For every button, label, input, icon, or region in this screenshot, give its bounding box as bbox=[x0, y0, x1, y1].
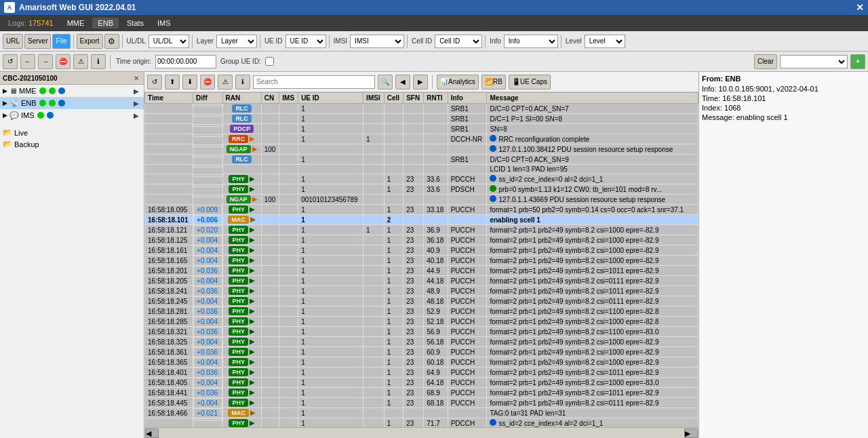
col-message[interactable]: Message bbox=[487, 93, 698, 104]
filter-info[interactable]: ℹ bbox=[235, 75, 250, 89]
table-row[interactable]: 16:58:18.441+0.036PHY▶112368.9PUCCHforma… bbox=[145, 388, 698, 398]
horizontal-scrollbar[interactable]: ◀ ▶ bbox=[144, 427, 698, 438]
close-button[interactable]: ✕ bbox=[856, 2, 864, 13]
table-row[interactable]: RLC1SRB1D/C=0 CPT=0 ACK_SN=9 bbox=[145, 155, 698, 165]
table-row[interactable]: PHY▶112371.7PDCCHss_id=2 cce_index=4 al=… bbox=[145, 418, 698, 428]
log-table-container[interactable]: Time Diff RAN CN IMS UE ID IMSI Cell SFN… bbox=[144, 92, 698, 427]
col-cn[interactable]: CN bbox=[261, 93, 279, 104]
cellid-select[interactable]: Cell ID bbox=[435, 35, 482, 48]
filter-refresh[interactable]: ↺ bbox=[147, 75, 162, 89]
table-row[interactable]: LCID 1 len=3 PAD len=95 bbox=[145, 165, 698, 174]
table-row[interactable]: 16:58:18.285+0.004PHY▶112352.18PUCCHform… bbox=[145, 317, 698, 327]
file-button[interactable]: File bbox=[52, 34, 70, 49]
table-row[interactable]: PDCP1SRB1SN=8 bbox=[145, 124, 698, 134]
mme-play[interactable]: ▶ bbox=[132, 86, 141, 96]
group-ue-checkbox[interactable] bbox=[265, 57, 274, 66]
scroll-track[interactable] bbox=[159, 430, 684, 437]
menu-ims[interactable]: IMS bbox=[152, 18, 176, 28]
info-btn[interactable]: ℹ bbox=[91, 54, 106, 69]
table-row[interactable]: PHY▶112333.6PDSCHprb=0 symb=1.13 k1=12 C… bbox=[145, 184, 698, 195]
menu-mme[interactable]: MME bbox=[62, 18, 90, 28]
tree-expand-ims[interactable]: ▶ bbox=[3, 112, 7, 119]
filter-next[interactable]: ⬇ bbox=[182, 75, 197, 89]
extra-button[interactable]: ⚙ bbox=[104, 34, 119, 49]
table-row[interactable]: RLC1SRB1D/C=0 CPT=0 ACK_SN=7 bbox=[145, 104, 698, 114]
refresh-btn[interactable]: ↺ bbox=[3, 54, 18, 69]
col-ims[interactable]: IMS bbox=[279, 93, 298, 104]
table-row[interactable]: RRC▶11DCCH-NRRRC reconfiguration complet… bbox=[145, 134, 698, 144]
view-select[interactable] bbox=[780, 55, 848, 68]
col-ueid[interactable]: UE ID bbox=[298, 93, 363, 104]
menu-stats[interactable]: Stats bbox=[121, 18, 149, 28]
col-cell[interactable]: Cell bbox=[384, 93, 403, 104]
col-sfn[interactable]: SFN bbox=[403, 93, 424, 104]
table-row[interactable]: 16:58:18.405+0.004PHY▶112364.18PUCCHform… bbox=[145, 378, 698, 388]
sidebar-item-live[interactable]: 📂 Live bbox=[0, 127, 144, 138]
col-diff[interactable]: Diff bbox=[193, 93, 222, 104]
col-ran[interactable]: RAN bbox=[222, 93, 261, 104]
time-origin-input[interactable] bbox=[155, 55, 216, 68]
url-button[interactable]: URL bbox=[3, 34, 23, 49]
table-row[interactable]: 16:58:18.361+0.036PHY▶112360.9PUCCHforma… bbox=[145, 347, 698, 357]
stop-btn[interactable]: ⛔ bbox=[56, 54, 71, 69]
scroll-right[interactable]: ▶ bbox=[684, 429, 698, 438]
sidebar-item-mme[interactable]: ▶ 🖥 MME ▶ bbox=[0, 85, 144, 97]
enb-play[interactable]: ▶ bbox=[132, 98, 141, 108]
back-btn[interactable]: ← bbox=[20, 54, 35, 69]
info-select[interactable]: Info bbox=[504, 35, 558, 48]
scroll-left[interactable]: ◀ bbox=[145, 429, 159, 438]
analytics-btn[interactable]: 📊 Analytics bbox=[437, 75, 479, 89]
filter-prev[interactable]: ⬆ bbox=[165, 75, 180, 89]
tree-expand-enb[interactable]: ▶ bbox=[3, 100, 7, 106]
table-row[interactable]: 16:58:18.281+0.036PHY▶112352.9PUCCHforma… bbox=[145, 306, 698, 317]
clear-button[interactable]: Clear bbox=[754, 54, 777, 69]
table-row[interactable]: 16:58:18.466+0.021MAC▶1TAG:0 ta=31 PAD l… bbox=[145, 408, 698, 418]
table-row[interactable]: 16:58:18.201+0.036PHY▶112344.9PUCCHforma… bbox=[145, 266, 698, 276]
table-row[interactable]: PHY▶112333.6PDCCHss_id=2 cce_index=0 al=… bbox=[145, 174, 698, 184]
tree-expand-mme[interactable]: ▶ bbox=[3, 87, 7, 94]
uecaps-btn[interactable]: 📱 UE Caps bbox=[509, 75, 551, 89]
sidebar-item-ims[interactable]: ▶ 💬 IMS ▶ bbox=[0, 109, 144, 121]
search-btn[interactable]: 🔍 bbox=[378, 75, 393, 89]
table-row[interactable]: 16:58:18.245+0.004PHY▶112348.18PUCCHform… bbox=[145, 296, 698, 306]
search-input[interactable] bbox=[253, 75, 375, 89]
col-info[interactable]: Info bbox=[448, 93, 487, 104]
prev-result[interactable]: ◀ bbox=[395, 75, 410, 89]
export-button[interactable]: Export bbox=[77, 34, 103, 49]
table-row[interactable]: 16:58:18.445+0.004PHY▶112368.18PUCCHform… bbox=[145, 398, 698, 408]
rb-btn[interactable]: 📶 RB bbox=[481, 75, 506, 89]
forward-btn[interactable]: → bbox=[38, 54, 53, 69]
server-button[interactable]: Server bbox=[24, 34, 51, 49]
warn-btn[interactable]: ⚠ bbox=[73, 54, 88, 69]
table-row[interactable]: 16:58:18.241+0.036PHY▶112348.9PUCCHforma… bbox=[145, 286, 698, 296]
table-row[interactable]: 16:58:18.165+0.004PHY▶112340.18PUCCHform… bbox=[145, 256, 698, 266]
table-row[interactable]: 16:58:18.095+0.009PHY▶112333.18PUCCHform… bbox=[145, 205, 698, 215]
col-time[interactable]: Time bbox=[145, 93, 193, 104]
table-row[interactable]: RLC1SRB1D/C=1 P=1 SI=00 SN=8 bbox=[145, 114, 698, 124]
add-button[interactable]: + bbox=[850, 54, 865, 69]
table-row[interactable]: 16:58:18.121+0.020PHY▶1112336.9PUCCHform… bbox=[145, 225, 698, 235]
imsi-select[interactable]: IMSI bbox=[350, 35, 404, 48]
col-imsi[interactable]: IMSI bbox=[363, 93, 384, 104]
table-row[interactable]: 16:58:18.365+0.004PHY▶112360.18PUCCHform… bbox=[145, 357, 698, 367]
sidebar-close[interactable]: ✕ bbox=[132, 73, 141, 83]
col-rnti[interactable]: RNTI bbox=[424, 93, 448, 104]
sidebar-item-enb[interactable]: ▶ 📡 ENB ▶ bbox=[0, 97, 144, 109]
filter-warn[interactable]: ⚠ bbox=[218, 75, 233, 89]
level-select[interactable]: Level bbox=[585, 35, 625, 48]
table-row[interactable]: 16:58:18.125+0.004PHY▶112336.18PUCCHform… bbox=[145, 235, 698, 245]
table-row[interactable]: 16:58:18.401+0.036PHY▶112364.9PUCCHforma… bbox=[145, 367, 698, 378]
menu-enb[interactable]: ENB bbox=[92, 18, 119, 28]
layer-select[interactable]: Layer bbox=[216, 35, 257, 48]
table-row[interactable]: 16:58:18.101+0.006MAC▶12enabling scell 1 bbox=[145, 215, 698, 225]
table-row[interactable]: NGAP▶100127.0.1.100.38412 PDU session re… bbox=[145, 144, 698, 155]
table-row[interactable]: NGAP▶100001010123456789127.0.1.1.43669 P… bbox=[145, 195, 698, 205]
next-result[interactable]: ▶ bbox=[413, 75, 428, 89]
sidebar-item-backup[interactable]: 📂 Backup bbox=[0, 138, 144, 150]
filter-error[interactable]: ⛔ bbox=[200, 75, 215, 89]
ims-play[interactable]: ▶ bbox=[132, 111, 141, 120]
ueid-select[interactable]: UE ID bbox=[285, 35, 326, 48]
table-row[interactable]: 16:58:18.161+0.004PHY▶112340.9PUCCHforma… bbox=[145, 245, 698, 256]
table-row[interactable]: 16:58:18.321+0.036PHY▶112356.9PUCCHforma… bbox=[145, 327, 698, 337]
table-row[interactable]: 16:58:18.205+0.004PHY▶112344.18PUCCHform… bbox=[145, 276, 698, 286]
